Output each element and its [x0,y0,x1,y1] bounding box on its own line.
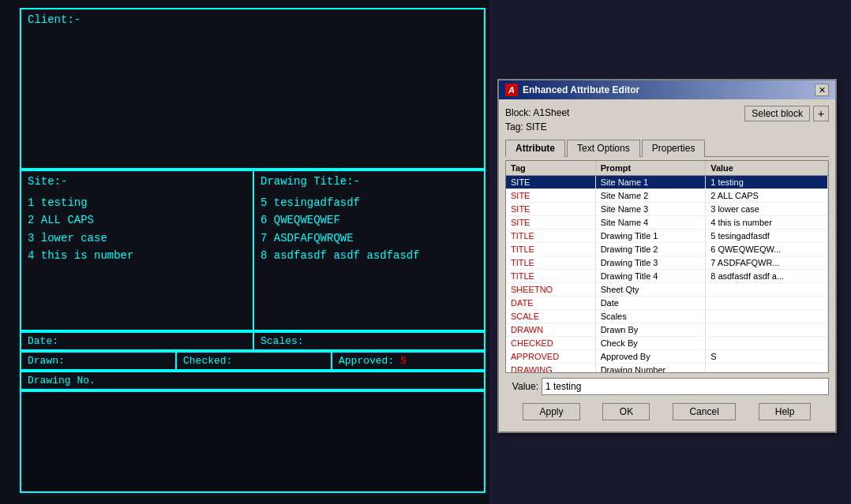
drawn-row: Drawn: Checked: Approved: S [20,351,485,371]
table-row[interactable]: TITLEDrawing Title 48 asdfasdf asdf a... [506,270,828,283]
cell-tag: TITLE [506,243,595,256]
cell-tag: SITE [506,216,595,230]
cell-tag: TITLE [506,230,595,243]
dialog-title-text: Enhanced Attribute Editor [523,84,639,95]
cell-value: 6 QWEQWEQW... [706,243,828,256]
client-label: Client:- [21,9,484,30]
cell-prompt: Drawing Title 3 [595,256,706,270]
cell-value: 1 testing [706,176,828,189]
cell-value: 2 ALL CAPS [706,189,828,203]
apply-button[interactable]: Apply [523,403,579,420]
cell-value: 3 lower case [706,203,828,216]
table-header-row: Tag Prompt Value [506,161,828,176]
cell-prompt: Approved By [595,350,706,364]
table-row[interactable]: SHEETNOSheet Qty [506,283,828,297]
dialog-buttons: Apply OK Cancel Help [505,400,829,425]
cell-tag: SITE [506,203,595,216]
attribute-table: Tag Prompt Value SITESite Name 11 testin… [506,161,828,373]
table-row[interactable]: DRAWING ...Drawing Number [506,364,828,374]
middle-section: Site:- 1 testing 2 ALL CAPS 3 lower case… [20,170,485,331]
dialog-body: Block: A1SheetTag: SITE Select block + A… [499,99,835,431]
bottom-box [20,390,485,493]
table-row[interactable]: SITESite Name 11 testing [506,176,828,189]
cell-tag: SITE [506,189,595,203]
cell-prompt: Site Name 3 [595,203,706,216]
select-block-plus-button[interactable]: + [813,106,829,121]
table-row[interactable]: TITLEDrawing Title 15 tesingadfasdf [506,230,828,243]
cell-tag: TITLE [506,256,595,270]
dialog-titlebar: A Enhanced Attribute Editor ✕ [499,80,835,99]
table-row[interactable]: SCALEScales [506,310,828,323]
tab-text-options[interactable]: Text Options [567,140,640,157]
cell-tag: DATE [506,297,595,310]
table-row[interactable]: SITESite Name 33 lower case [506,203,828,216]
cell-tag: SHEETNO [506,283,595,297]
scales-cell: Scales: [254,333,484,349]
col-prompt: Prompt [595,161,706,176]
select-block-button[interactable]: Select block [744,106,810,121]
cell-value: 5 tesingadfasdf [706,230,828,243]
value-input[interactable] [542,378,829,395]
cell-tag: DRAWING ... [506,364,595,374]
tag-label: Tag: [505,121,523,133]
table-body: SITESite Name 11 testingSITESite Name 22… [506,176,828,374]
date-scales-row: Date: Scales: [20,331,485,351]
cell-value [706,297,828,310]
block-info: Block: A1SheetTag: SITE Select block + [505,106,829,134]
client-block: Client:- [20,8,485,170]
cell-prompt: Site Name 4 [595,216,706,230]
drawing-title-label: Drawing Title:- [261,175,478,188]
select-block-area: Select block + [744,106,829,121]
cell-prompt: Check By [595,337,706,350]
value-row: Value: [505,378,829,395]
cell-tag: APPROVED [506,350,595,364]
cell-tag: TITLE [506,270,595,283]
cancel-button[interactable]: Cancel [673,403,735,420]
table-row[interactable]: TITLEDrawing Title 37 ASDFAFQWR... [506,256,828,270]
tab-attribute[interactable]: Attribute [505,140,565,157]
cell-tag: SITE [506,176,595,189]
cell-prompt: Site Name 1 [595,176,706,189]
table-row[interactable]: CHECKEDCheck By [506,337,828,350]
enhanced-attribute-editor-dialog: A Enhanced Attribute Editor ✕ Block: A1S… [497,79,837,433]
table-header: Tag Prompt Value [506,161,828,176]
cell-prompt: Sheet Qty [595,283,706,297]
approved-label: Approved: [339,355,394,367]
cell-prompt: Date [595,297,706,310]
cell-tag: SCALE [506,310,595,323]
ok-button[interactable]: OK [602,403,650,420]
approved-cell: Approved: S [332,353,484,369]
drawing-title-content: 5 tesingadfasdf 6 QWEQWEQWEF 7 ASDFAFQWR… [261,194,478,265]
cell-value: 8 asdfasdf asdf a... [706,270,828,283]
table-row[interactable]: APPROVEDApproved ByS [506,350,828,364]
value-label: Value: [505,381,538,392]
help-button[interactable]: Help [759,403,812,420]
table-row[interactable]: SITESite Name 22 ALL CAPS [506,189,828,203]
tag-value: SITE [526,121,547,133]
table-row[interactable]: TITLEDrawing Title 26 QWEQWEQW... [506,243,828,256]
attribute-table-container[interactable]: Tag Prompt Value SITESite Name 11 testin… [505,160,829,373]
cell-prompt: Drawing Title 4 [595,270,706,283]
cell-value: 4 this is number [706,216,828,230]
tab-properties[interactable]: Properties [642,140,706,157]
drawn-cell: Drawn: [21,353,177,369]
table-row[interactable]: DATEDate [506,297,828,310]
cell-prompt: Drawn By [595,323,706,337]
col-value: Value [706,161,828,176]
site-content: 1 testing 2 ALL CAPS 3 lower case 4 this… [28,194,246,265]
dialog-title-left: A Enhanced Attribute Editor [505,84,639,96]
cell-value: S [706,350,828,364]
cell-prompt: Scales [595,310,706,323]
col-tag: Tag [506,161,595,176]
drawing-no-row: Drawing No. [20,371,485,390]
table-row[interactable]: SITESite Name 44 this is number [506,216,828,230]
tabs: AttributeText OptionsProperties [505,139,829,157]
block-value: A1Sheet [533,107,569,118]
table-row[interactable]: DRAWNDrawn By [506,323,828,337]
cell-value [706,310,828,323]
block-info-text: Block: A1SheetTag: SITE [505,106,569,134]
cell-prompt: Site Name 2 [595,189,706,203]
cell-prompt: Drawing Title 1 [595,230,706,243]
close-button[interactable]: ✕ [815,84,829,96]
cell-value [706,337,828,350]
